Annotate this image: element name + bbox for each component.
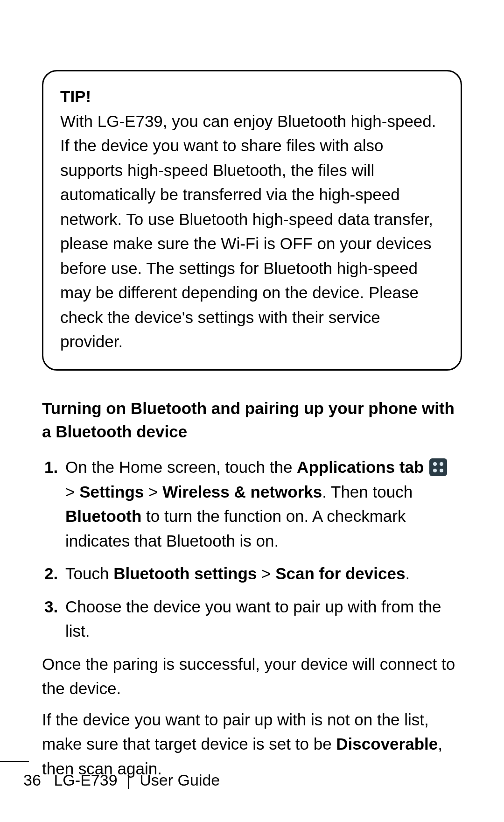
step-3: Choose the device you want to pair up wi…: [63, 595, 462, 644]
svg-point-4: [440, 469, 443, 472]
footer-guide: User Guide: [140, 771, 220, 789]
step1-bluetooth: Bluetooth: [65, 507, 141, 525]
body-para-1: Once the paring is successful, your devi…: [42, 652, 462, 701]
step1-wireless: Wireless & networks: [162, 483, 322, 501]
svg-point-3: [433, 469, 437, 472]
step-1: On the Home screen, touch the Applicatio…: [63, 455, 462, 553]
step2-scan: Scan for devices: [275, 564, 405, 583]
footer-model: LG-E739: [54, 771, 117, 789]
step1-arrow2: >: [144, 483, 162, 501]
step1-pre: On the Home screen, touch the: [65, 458, 297, 476]
tip-title: TIP!: [60, 87, 91, 105]
tip-text-1: With LG-E739, you can enjoy Bluetooth hi…: [60, 112, 436, 130]
page-number: 36: [23, 771, 49, 789]
page-container: TIP! With LG-E739, you can enjoy Bluetoo…: [0, 0, 504, 822]
step-2: Touch Bluetooth settings > Scan for devi…: [63, 562, 462, 586]
footer-separator: |: [126, 771, 131, 789]
step2-arrow: >: [257, 564, 275, 583]
section-heading: Turning on Bluetooth and pairing up your…: [42, 397, 462, 444]
apps-grid-icon: [429, 458, 447, 476]
step1-apps-tab: Applications tab: [297, 458, 424, 476]
step1-post1: . Then touch: [322, 483, 413, 501]
step2-post: .: [405, 564, 410, 583]
tip-paragraph-1: TIP! With LG-E739, you can enjoy Bluetoo…: [60, 84, 444, 133]
footer-rule: [0, 761, 29, 762]
steps-list: On the Home screen, touch the Applicatio…: [42, 455, 462, 644]
svg-rect-0: [429, 458, 447, 476]
tip-callout-box: TIP! With LG-E739, you can enjoy Bluetoo…: [42, 70, 462, 371]
svg-point-1: [433, 462, 437, 466]
step1-arrow1: >: [65, 483, 79, 501]
para2-discoverable: Discoverable: [336, 735, 438, 753]
step2-bt-settings: Bluetooth settings: [113, 564, 257, 583]
step2-pre: Touch: [65, 564, 113, 583]
tip-paragraph-2: If the device you want to share files wi…: [60, 133, 444, 354]
svg-point-2: [440, 462, 443, 466]
step1-settings: Settings: [79, 483, 144, 501]
body-para-2: If the device you want to pair up with i…: [42, 708, 462, 781]
page-footer: 36 LG-E739 | User Guide: [0, 771, 504, 789]
